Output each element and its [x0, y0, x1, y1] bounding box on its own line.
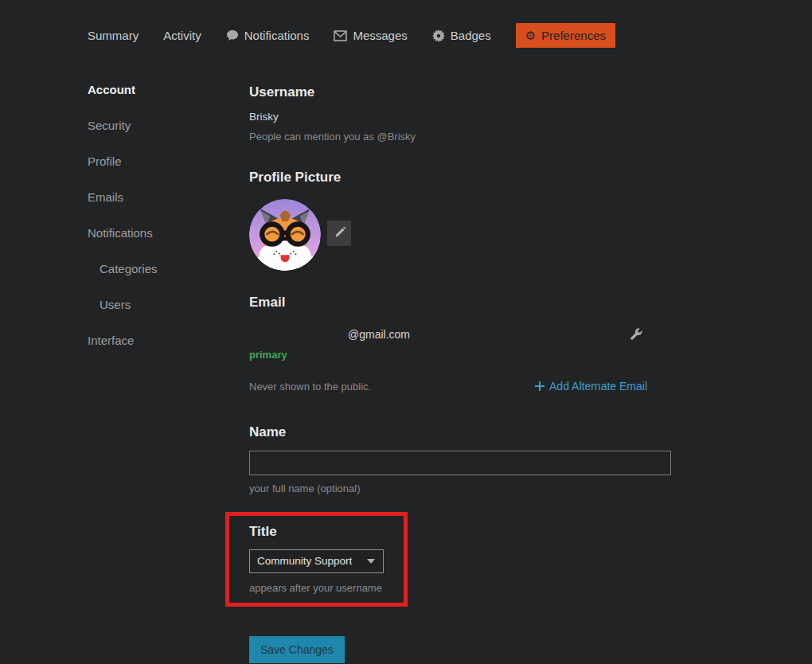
title-select[interactable]: Community Support [249, 549, 384, 573]
sidebar-item-emails[interactable]: Emails [88, 190, 223, 204]
edit-avatar-button[interactable] [327, 221, 351, 246]
sidebar-item-profile[interactable]: Profile [88, 154, 223, 168]
tab-activity-label: Activity [163, 29, 201, 42]
tab-preferences-label: Preferences [541, 29, 606, 42]
title-hint: appears after your username [249, 582, 671, 594]
tab-preferences[interactable]: ⚙ Preferences [516, 23, 615, 48]
add-alternate-email-label: Add Alternate Email [549, 380, 647, 393]
sidebar-item-notifications[interactable]: Notifications [88, 226, 223, 240]
user-nav: Summary Activity Notifications Messages … [88, 23, 615, 48]
email-hint: Never shown to the public. [249, 381, 371, 393]
comment-icon [226, 29, 239, 42]
username-heading: Username [249, 84, 671, 100]
tab-badges-label: Badges [451, 29, 491, 42]
sidebar-item-account[interactable]: Account [88, 83, 223, 96]
add-alternate-email-link[interactable]: Add Alternate Email [535, 380, 647, 393]
caret-down-icon [367, 559, 375, 564]
full-name-input[interactable] [249, 451, 671, 475]
profile-picture-avatar [249, 199, 321, 271]
gear-icon: ⚙ [525, 29, 536, 41]
username-value: Brisky [249, 111, 671, 123]
sidebar-item-interface[interactable]: Interface [88, 334, 223, 347]
sidebar-item-security[interactable]: Security [88, 119, 223, 132]
tab-badges[interactable]: Badges [432, 29, 491, 42]
email-primary-badge: primary [249, 349, 671, 361]
name-hint: your full name (optional) [249, 482, 671, 494]
tab-messages-label: Messages [353, 29, 407, 42]
title-section: Title Community Support appears after yo… [249, 524, 671, 594]
badge-icon [432, 29, 445, 42]
plus-icon [535, 381, 545, 391]
wrench-icon [630, 328, 642, 341]
sidebar-item-users[interactable]: Users [88, 298, 223, 311]
name-heading: Name [249, 424, 671, 440]
tab-activity[interactable]: Activity [163, 29, 201, 42]
envelope-icon [334, 30, 347, 41]
email-heading: Email [249, 295, 671, 311]
account-preferences-panel: Username Brisky People can mention you a… [249, 78, 671, 663]
manage-email-button[interactable] [625, 328, 647, 341]
title-heading: Title [249, 524, 671, 540]
email-row: @gmail.com [249, 328, 647, 341]
email-meta-row: Never shown to the public. Add Alternate… [249, 380, 647, 393]
profile-picture-row [249, 199, 671, 271]
username-hint: People can mention you as @Brisky [249, 131, 671, 143]
pencil-icon [334, 227, 345, 239]
tab-notifications[interactable]: Notifications [226, 29, 310, 42]
save-changes-button[interactable]: Save Changes [249, 636, 345, 663]
sidebar-item-categories[interactable]: Categories [88, 262, 223, 275]
tab-messages[interactable]: Messages [334, 29, 407, 42]
title-select-value: Community Support [257, 555, 352, 567]
tab-notifications-label: Notifications [244, 29, 310, 42]
tab-summary-label: Summary [88, 29, 139, 42]
email-address: @gmail.com [249, 328, 410, 341]
preferences-sidebar: Account Security Profile Emails Notifica… [88, 83, 223, 369]
profile-picture-heading: Profile Picture [249, 170, 671, 186]
tab-summary[interactable]: Summary [88, 29, 139, 42]
